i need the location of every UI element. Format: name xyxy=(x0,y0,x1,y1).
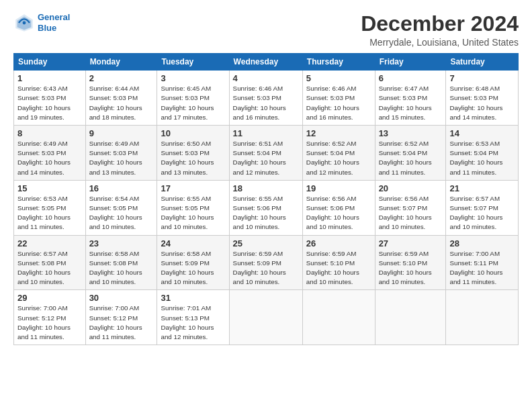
calendar-cell: 19Sunrise: 6:56 AMSunset: 5:06 PMDayligh… xyxy=(302,180,375,235)
calendar-cell: 22Sunrise: 6:57 AMSunset: 5:08 PMDayligh… xyxy=(14,235,86,290)
day-number: 19 xyxy=(306,183,371,193)
day-info: Sunrise: 6:47 AMSunset: 5:03 PMDaylight:… xyxy=(379,84,443,122)
day-number: 30 xyxy=(89,293,154,303)
month-title: December 2024 xyxy=(361,12,519,36)
weekday-header-sunday: Sunday xyxy=(14,54,86,71)
calendar-cell: 20Sunrise: 6:56 AMSunset: 5:07 PMDayligh… xyxy=(375,180,446,235)
day-number: 26 xyxy=(306,238,371,248)
page-container: General Blue December 2024 Merrydale, Lo… xyxy=(0,0,532,352)
calendar-cell: 21Sunrise: 6:57 AMSunset: 5:07 PMDayligh… xyxy=(446,180,519,235)
calendar-cell: 25Sunrise: 6:59 AMSunset: 5:09 PMDayligh… xyxy=(229,235,302,290)
logo-line2: Blue xyxy=(38,23,56,33)
calendar-cell: 10Sunrise: 6:50 AMSunset: 5:03 PMDayligh… xyxy=(157,126,229,181)
day-info: Sunrise: 6:45 AMSunset: 5:03 PMDaylight:… xyxy=(161,84,225,122)
day-number: 11 xyxy=(233,128,299,138)
day-number: 28 xyxy=(449,238,515,248)
day-info: Sunrise: 6:55 AMSunset: 5:06 PMDaylight:… xyxy=(233,194,299,232)
calendar-cell: 12Sunrise: 6:52 AMSunset: 5:04 PMDayligh… xyxy=(302,126,375,181)
day-number: 6 xyxy=(379,73,443,83)
day-number: 13 xyxy=(379,128,443,138)
calendar-cell: 3Sunrise: 6:45 AMSunset: 5:03 PMDaylight… xyxy=(157,71,229,126)
day-info: Sunrise: 6:57 AMSunset: 5:07 PMDaylight:… xyxy=(449,194,515,232)
day-info: Sunrise: 6:55 AMSunset: 5:05 PMDaylight:… xyxy=(161,194,225,232)
day-info: Sunrise: 6:58 AMSunset: 5:09 PMDaylight:… xyxy=(161,249,225,287)
calendar-cell xyxy=(375,290,446,345)
weekday-header-saturday: Saturday xyxy=(446,54,519,71)
day-info: Sunrise: 7:00 AMSunset: 5:12 PMDaylight:… xyxy=(89,304,154,342)
day-info: Sunrise: 6:59 AMSunset: 5:10 PMDaylight:… xyxy=(379,249,443,287)
day-info: Sunrise: 6:59 AMSunset: 5:10 PMDaylight:… xyxy=(306,249,371,287)
day-number: 10 xyxy=(161,128,225,138)
day-info: Sunrise: 6:44 AMSunset: 5:03 PMDaylight:… xyxy=(89,84,154,122)
calendar-cell: 15Sunrise: 6:53 AMSunset: 5:05 PMDayligh… xyxy=(14,180,86,235)
title-block: December 2024 Merrydale, Louisiana, Unit… xyxy=(361,12,519,48)
day-number: 9 xyxy=(89,128,154,138)
calendar-cell: 24Sunrise: 6:58 AMSunset: 5:09 PMDayligh… xyxy=(157,235,229,290)
calendar-header: SundayMondayTuesdayWednesdayThursdayFrid… xyxy=(14,54,519,71)
calendar-cell: 7Sunrise: 6:48 AMSunset: 5:03 PMDaylight… xyxy=(446,71,519,126)
day-number: 15 xyxy=(17,183,82,193)
calendar-cell: 23Sunrise: 6:58 AMSunset: 5:08 PMDayligh… xyxy=(85,235,157,290)
day-info: Sunrise: 6:51 AMSunset: 5:04 PMDaylight:… xyxy=(233,139,299,177)
day-info: Sunrise: 6:46 AMSunset: 5:03 PMDaylight:… xyxy=(233,84,299,122)
calendar-week-4: 22Sunrise: 6:57 AMSunset: 5:08 PMDayligh… xyxy=(14,235,519,290)
calendar-cell: 27Sunrise: 6:59 AMSunset: 5:10 PMDayligh… xyxy=(375,235,446,290)
calendar-cell: 5Sunrise: 6:46 AMSunset: 5:03 PMDaylight… xyxy=(302,71,375,126)
day-number: 2 xyxy=(89,73,154,83)
day-number: 31 xyxy=(161,293,225,303)
logo-text: General Blue xyxy=(38,12,70,33)
day-number: 21 xyxy=(449,183,515,193)
day-info: Sunrise: 7:00 AMSunset: 5:11 PMDaylight:… xyxy=(449,249,515,287)
calendar-week-1: 1Sunrise: 6:43 AMSunset: 5:03 PMDaylight… xyxy=(14,71,519,126)
day-info: Sunrise: 6:48 AMSunset: 5:03 PMDaylight:… xyxy=(449,84,515,122)
day-info: Sunrise: 6:49 AMSunset: 5:03 PMDaylight:… xyxy=(89,139,154,177)
day-info: Sunrise: 6:52 AMSunset: 5:04 PMDaylight:… xyxy=(379,139,443,177)
logo-icon xyxy=(13,12,35,34)
day-number: 23 xyxy=(89,238,154,248)
weekday-header-friday: Friday xyxy=(375,54,446,71)
day-info: Sunrise: 6:57 AMSunset: 5:08 PMDaylight:… xyxy=(17,249,82,287)
calendar-cell: 26Sunrise: 6:59 AMSunset: 5:10 PMDayligh… xyxy=(302,235,375,290)
weekday-row: SundayMondayTuesdayWednesdayThursdayFrid… xyxy=(14,54,519,71)
calendar-cell xyxy=(446,290,519,345)
calendar-cell: 4Sunrise: 6:46 AMSunset: 5:03 PMDaylight… xyxy=(229,71,302,126)
day-number: 1 xyxy=(17,73,82,83)
weekday-header-wednesday: Wednesday xyxy=(229,54,302,71)
calendar-week-3: 15Sunrise: 6:53 AMSunset: 5:05 PMDayligh… xyxy=(14,180,519,235)
day-info: Sunrise: 6:53 AMSunset: 5:05 PMDaylight:… xyxy=(17,194,82,232)
calendar-body: 1Sunrise: 6:43 AMSunset: 5:03 PMDaylight… xyxy=(14,71,519,345)
calendar-cell xyxy=(229,290,302,345)
svg-point-2 xyxy=(23,21,26,25)
day-number: 24 xyxy=(161,238,225,248)
day-number: 12 xyxy=(306,128,371,138)
day-number: 3 xyxy=(161,73,225,83)
calendar-week-2: 8Sunrise: 6:49 AMSunset: 5:03 PMDaylight… xyxy=(14,126,519,181)
day-info: Sunrise: 7:01 AMSunset: 5:13 PMDaylight:… xyxy=(161,304,225,342)
calendar-cell: 11Sunrise: 6:51 AMSunset: 5:04 PMDayligh… xyxy=(229,126,302,181)
calendar-cell: 6Sunrise: 6:47 AMSunset: 5:03 PMDaylight… xyxy=(375,71,446,126)
day-number: 25 xyxy=(233,238,299,248)
calendar-cell: 16Sunrise: 6:54 AMSunset: 5:05 PMDayligh… xyxy=(85,180,157,235)
day-info: Sunrise: 6:49 AMSunset: 5:03 PMDaylight:… xyxy=(17,139,82,177)
day-number: 16 xyxy=(89,183,154,193)
calendar-cell: 14Sunrise: 6:53 AMSunset: 5:04 PMDayligh… xyxy=(446,126,519,181)
day-info: Sunrise: 6:53 AMSunset: 5:04 PMDaylight:… xyxy=(449,139,515,177)
logo-line1: General xyxy=(38,12,70,22)
day-number: 17 xyxy=(161,183,225,193)
calendar-cell: 13Sunrise: 6:52 AMSunset: 5:04 PMDayligh… xyxy=(375,126,446,181)
logo: General Blue xyxy=(13,12,70,34)
day-number: 4 xyxy=(233,73,299,83)
day-info: Sunrise: 6:46 AMSunset: 5:03 PMDaylight:… xyxy=(306,84,371,122)
calendar-cell: 1Sunrise: 6:43 AMSunset: 5:03 PMDaylight… xyxy=(14,71,86,126)
day-info: Sunrise: 6:50 AMSunset: 5:03 PMDaylight:… xyxy=(161,139,225,177)
calendar-cell: 2Sunrise: 6:44 AMSunset: 5:03 PMDaylight… xyxy=(85,71,157,126)
day-info: Sunrise: 6:58 AMSunset: 5:08 PMDaylight:… xyxy=(89,249,154,287)
calendar-cell: 18Sunrise: 6:55 AMSunset: 5:06 PMDayligh… xyxy=(229,180,302,235)
calendar-cell: 30Sunrise: 7:00 AMSunset: 5:12 PMDayligh… xyxy=(85,290,157,345)
day-number: 22 xyxy=(17,238,82,248)
calendar-cell: 28Sunrise: 7:00 AMSunset: 5:11 PMDayligh… xyxy=(446,235,519,290)
calendar-cell: 31Sunrise: 7:01 AMSunset: 5:13 PMDayligh… xyxy=(157,290,229,345)
day-info: Sunrise: 7:00 AMSunset: 5:12 PMDaylight:… xyxy=(17,304,82,342)
day-number: 8 xyxy=(17,128,82,138)
day-info: Sunrise: 6:56 AMSunset: 5:06 PMDaylight:… xyxy=(306,194,371,232)
